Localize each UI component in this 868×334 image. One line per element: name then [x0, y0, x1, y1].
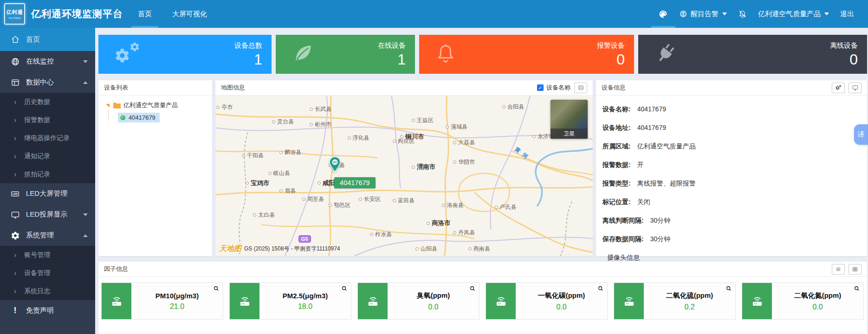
factor-name: 臭氧(ppm): [417, 291, 450, 300]
chevron-right-icon: ›: [14, 98, 16, 106]
sidebar-item-home[interactable]: 首页: [0, 28, 95, 51]
map-marker-label[interactable]: 40417679: [334, 177, 376, 188]
map-place-label: 眉县: [279, 187, 296, 195]
factor-value: 0.0: [556, 303, 566, 311]
chevron-right-icon: ›: [14, 134, 16, 142]
chevron-down-icon: [722, 13, 727, 15]
logout-button[interactable]: 退出: [840, 10, 854, 19]
info-field-save-interval: 保存数据间隔:30分钟: [602, 235, 859, 244]
sidebar-item-data-center[interactable]: 数据中心: [0, 72, 95, 93]
folder-icon: [113, 102, 121, 109]
map-place-label: 太白县: [253, 211, 275, 219]
sidebar-item-history-data[interactable]: ›历史数据: [0, 93, 95, 111]
magnifier-icon[interactable]: [854, 285, 860, 292]
sidebar-item-system-manage[interactable]: 系统管理: [0, 225, 95, 246]
led-icon: LED: [10, 189, 20, 199]
device-name-checkbox[interactable]: ✓ 设备名称: [537, 84, 570, 92]
tree-device-row[interactable]: 40417679: [118, 113, 160, 122]
map-place-label: 千阳县: [242, 152, 264, 160]
magnifier-icon[interactable]: [213, 285, 220, 292]
stat-value: 1: [254, 51, 262, 68]
factor-cards: PM10(μg/m3)21.0PM2.5(μg/m3)18.0臭氧(ppm)0.…: [98, 277, 867, 320]
sidebar-item-online-monitor[interactable]: 在线监控: [0, 51, 95, 72]
map-place-label: 商南县: [468, 245, 490, 253]
magnifier-icon[interactable]: [341, 285, 348, 292]
sidebar-item-disclaimer[interactable]: !免责声明: [0, 300, 95, 321]
map-marker-pin[interactable]: [329, 156, 341, 173]
chevron-right-icon: ›: [14, 170, 16, 179]
product-menu-label: 亿利通空气质量产品: [758, 10, 821, 19]
alert-globe-icon: [679, 10, 687, 18]
map-place-label: 柞水县: [370, 231, 392, 238]
translate-button[interactable]: 译: [854, 124, 868, 145]
map-place-label: 麟游县: [279, 148, 301, 156]
mute-alarm-icon[interactable]: [738, 0, 747, 28]
map-place-label: 华阴市: [453, 158, 475, 166]
app-logo[interactable]: 亿利通 YILITONG: [4, 3, 25, 25]
nav-item-home[interactable]: 首页: [130, 0, 160, 28]
sidebar-item-account-manage[interactable]: ›账号管理: [0, 246, 95, 264]
sidebar-item-notify-log[interactable]: ›通知记录: [0, 147, 95, 165]
map-place-label: 亭市: [216, 103, 233, 111]
checkbox-checked-icon: ✓: [537, 84, 544, 91]
sidebar-item-alarm-data[interactable]: ›报警数据: [0, 111, 95, 129]
theme-palette-icon[interactable]: [658, 0, 668, 28]
stat-label: 在线设备: [378, 41, 406, 50]
sidebar-item-led-cast-display[interactable]: LED投屏显示: [0, 204, 95, 225]
sidebar-item-label: 账号管理: [24, 251, 50, 259]
info-field-value: 40417679: [637, 105, 666, 114]
stat-card-offline: 离线设备0: [638, 35, 867, 74]
tree-group-row[interactable]: 亿利通空气质量产品: [105, 101, 212, 109]
sidebar-item-label: 在线监控: [26, 57, 54, 66]
factor-card-no2: 二氧化氮(ppm)0.0: [742, 283, 864, 320]
device-settings-icon[interactable]: [832, 83, 845, 93]
magnifier-icon[interactable]: [469, 285, 476, 292]
magnifier-icon[interactable]: [597, 285, 604, 292]
list-view-icon[interactable]: [832, 264, 845, 275]
factor-panel: 因子信息 PM10(μg/m3)21.0PM2.5(μg/m3)18.0臭氧(p…: [98, 262, 867, 334]
sidebar-item-device-manage[interactable]: ›设备管理: [0, 264, 95, 282]
magnifier-icon[interactable]: [725, 285, 732, 292]
info-field-label: 报警数据:: [602, 161, 631, 169]
alert-style-menu[interactable]: 醒目告警: [679, 10, 727, 19]
map-place-label: 商洛市: [427, 219, 451, 227]
sidebar-item-label: LED投屏显示: [26, 210, 67, 219]
map-capture-icon[interactable]: [574, 83, 587, 93]
sidebar-item-label: 继电器操作记录: [24, 134, 70, 142]
map-place-label: 岐山县: [268, 169, 290, 177]
factor-value: 21.0: [170, 302, 184, 311]
sidebar-item-capture-log[interactable]: ›抓拍记录: [0, 165, 95, 183]
factor-value: 0.0: [428, 303, 438, 311]
grid-view-icon[interactable]: [849, 264, 862, 275]
sensor-router-icon: [102, 283, 131, 319]
sidebar-item-system-log[interactable]: ›系统日志: [0, 282, 95, 300]
home-icon: [10, 35, 20, 45]
sidebar-item-label: 免责声明: [26, 306, 54, 315]
tree-expand-icon[interactable]: [105, 103, 110, 108]
map-place-label: 周至县: [302, 195, 324, 203]
sidebar-item-led-screen-manage[interactable]: LEDLED大屏管理: [0, 183, 95, 204]
leaf-icon: [291, 42, 315, 67]
satellite-preview[interactable]: 卫星: [551, 100, 588, 139]
sensor-router-icon: [742, 283, 772, 319]
middle-row: 设备列表 亿利通空气质量产品 40417679 地图信息: [98, 80, 867, 256]
map-place-label: 王益区: [412, 116, 434, 124]
info-field-alarm-type: 报警类型:离线报警、超限报警: [602, 180, 859, 188]
factor-card-so2: 二氧化硫(ppm)0.2: [614, 283, 736, 320]
nav-item-big-screen[interactable]: 大屏可视化: [164, 0, 215, 28]
sensor-router-icon: [486, 283, 516, 319]
map-canvas[interactable]: 亭市长武县灵台县彬州市淳化县王益区蒲城县铜川市合阳县永济市大荔县阎良区千阳县麟游…: [215, 96, 593, 256]
map-place-label: 鄠邑区: [329, 201, 350, 209]
chevron-down-icon: [824, 13, 829, 15]
stat-card-alarm: 报警设备0: [419, 35, 634, 74]
info-field-value: 40417679: [637, 124, 666, 132]
map-place-label: 丹凤县: [453, 229, 475, 237]
sidebar-item-label: 系统管理: [26, 231, 54, 240]
device-screen-icon[interactable]: [849, 83, 862, 93]
sidebar-item-relay-log[interactable]: ›继电器操作记录: [0, 129, 95, 147]
chevron-right-icon: ›: [14, 152, 16, 161]
sensor-router-icon: [614, 283, 644, 319]
map-place-label: 长安区: [359, 195, 381, 203]
sidebar-item-label: 通知记录: [24, 152, 50, 161]
product-menu[interactable]: 亿利通空气质量产品: [758, 10, 829, 19]
